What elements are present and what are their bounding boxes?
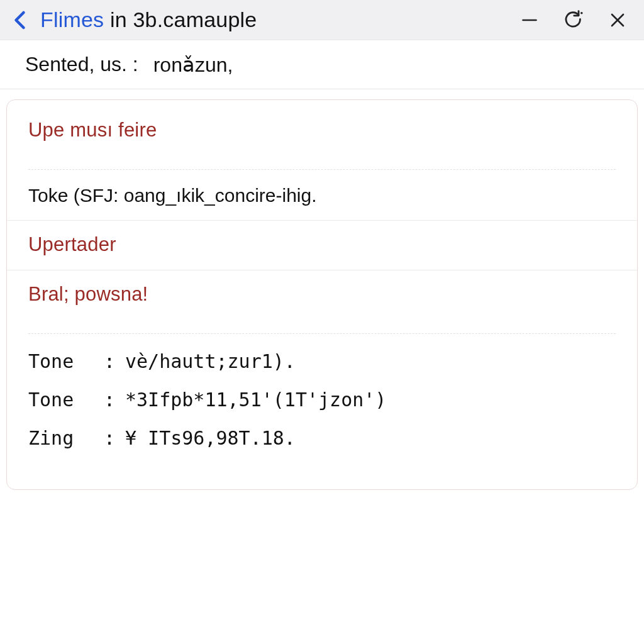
section-title: Bral; powsna!	[28, 283, 616, 306]
svg-point-1	[580, 12, 583, 14]
subheader: Sented, us. : ronǎzun,	[0, 40, 644, 89]
refresh-button[interactable]	[558, 5, 589, 35]
kv-colon: :	[104, 427, 125, 449]
kv-key: Tone	[28, 350, 104, 372]
section-title: Upe musı feire	[28, 119, 616, 142]
kv-block: Tone : vè/hautt;zur1). Tone : *3Ifpb*11,…	[7, 334, 637, 449]
section-bral-powsna: Bral; powsna!	[7, 270, 637, 319]
subheader-value: ronǎzun,	[153, 53, 233, 77]
titlebar: Flimes in 3b.camauple	[0, 0, 644, 40]
close-button[interactable]	[602, 5, 633, 35]
title-suffix: in 3b.camauple	[104, 8, 257, 31]
section-title: Upertader	[28, 233, 616, 256]
section1-body: Toke (SFJ: oang_ıkik_concire-ihig.	[7, 170, 637, 221]
back-icon[interactable]	[8, 7, 34, 33]
kv-value: *3Ifpb*11,51'(1T'jzon')	[125, 389, 616, 411]
section-upe-musi-feire: Upe musı feire	[7, 106, 637, 155]
kv-row: Tone : vè/hautt;zur1).	[28, 350, 616, 372]
title-prefix: Flimes	[40, 8, 104, 31]
main-card: Upe musı feire Toke (SFJ: oang_ıkik_conc…	[6, 99, 638, 490]
kv-colon: :	[104, 350, 125, 372]
subheader-label: Sented, us. :	[25, 53, 138, 76]
minimize-button[interactable]	[514, 5, 545, 35]
kv-row: Zing : ¥ ITs96,98T.18.	[28, 427, 616, 449]
section-upertader: Upertader	[7, 221, 637, 270]
kv-row: Tone : *3Ifpb*11,51'(1T'jzon')	[28, 389, 616, 411]
kv-key: Zing	[28, 427, 104, 449]
kv-value: ¥ ITs96,98T.18.	[125, 427, 616, 449]
kv-value: vè/hautt;zur1).	[125, 350, 616, 372]
kv-colon: :	[104, 389, 125, 411]
kv-key: Tone	[28, 389, 104, 411]
window-title: Flimes in 3b.camauple	[40, 8, 257, 32]
